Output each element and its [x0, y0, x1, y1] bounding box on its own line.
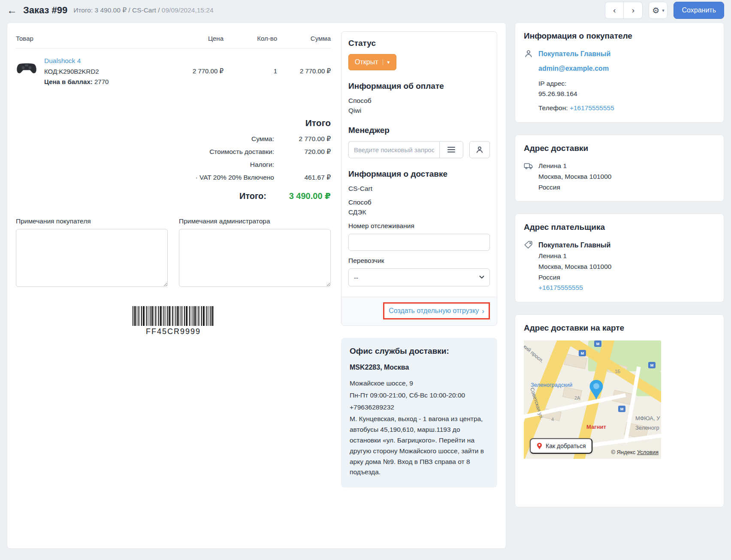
carrier-select[interactable]: -- — [348, 268, 490, 286]
customer-info-card: Информация о покупателе Покупатель Главн… — [515, 22, 724, 123]
map-directions-button[interactable]: Как добраться — [530, 438, 592, 454]
table-row: Dualshock 4 КОД:K290B2KRD2 Цена в баллах… — [16, 48, 331, 94]
back-icon[interactable]: ← — [7, 5, 17, 15]
payer-name: Покупатель Главный — [538, 240, 715, 251]
order-nav-group: ‹ › — [605, 2, 643, 19]
person-icon — [524, 48, 534, 114]
map-terms-link[interactable]: Условия — [637, 449, 659, 455]
manager-search-input[interactable] — [348, 141, 439, 158]
map-attribution: © Яндекс Условия — [611, 449, 659, 455]
create-shipment-link[interactable]: Создать отдельную отгрузку — [389, 307, 479, 315]
col-header-price: Цена — [170, 35, 224, 42]
map-label-store: Магнит — [586, 424, 606, 430]
manager-list-button[interactable] — [439, 141, 463, 158]
map-card-title: Адрес доставки на карте — [524, 323, 715, 333]
customer-email-link[interactable]: admin@example.com — [538, 65, 609, 72]
list-icon — [447, 146, 456, 153]
map-house-number: 1Б — [615, 369, 620, 374]
metro-icon: М — [618, 406, 625, 412]
payer-phone-link[interactable]: +16175555555 — [538, 284, 583, 291]
delivery-office-directions: М. Кунцевская, выход - 1 вагона из центр… — [350, 414, 489, 478]
prev-order-button[interactable]: ‹ — [605, 2, 624, 19]
grand-total-label: Итого: — [239, 191, 266, 201]
pin-icon — [537, 443, 542, 450]
metro-icon: М — [648, 362, 655, 368]
order-subtitle: Итого: 3 490.00 ₽ / CS-Cart / 09/09/2024… — [73, 6, 213, 14]
person-icon — [475, 145, 484, 154]
customer-notes-textarea[interactable] — [16, 229, 168, 287]
payment-method-label: Способ — [348, 97, 490, 105]
map-directions-label: Как добраться — [546, 443, 586, 449]
caret-down-icon: ▾ — [383, 59, 390, 65]
status-title: Статус — [348, 39, 490, 48]
payer-address-line: Москва, Москва 101000 — [538, 262, 715, 272]
map-house-number: 4 — [551, 417, 554, 422]
status-dropdown-button[interactable]: Открыт ▾ — [348, 54, 396, 70]
settings-dropdown-button[interactable]: ⚙ ▾ — [649, 2, 668, 19]
shipping-source: CS-Cart — [348, 185, 490, 193]
order-products-column: Товар Цена Кол-во Сумма — [16, 31, 331, 540]
totals-grand-row: Итого: 3 490.00 ₽ — [16, 191, 331, 201]
customer-info-title: Информация о покупателе — [524, 31, 715, 41]
status-panel-footer: Создать отдельную отгрузку › — [341, 297, 497, 325]
topbar: ← Заказ #99 Итого: 3 490.00 ₽ / CS-Cart … — [0, 0, 731, 21]
manager-assign-button[interactable] — [469, 141, 490, 158]
caret-down-icon: ▾ — [662, 8, 665, 13]
tracking-number-input[interactable] — [348, 234, 490, 251]
payer-address-card: Адрес плательщика Покупатель Главный Лен… — [515, 214, 724, 302]
shipping-address-line: Ленина 1 — [538, 161, 715, 172]
totals-row-vat: · VAT 20% 20% Включено 461.67 ₽ — [16, 174, 331, 181]
status-value: Открыт — [355, 58, 378, 66]
admin-notes-textarea[interactable] — [179, 229, 331, 287]
map-card: Адрес доставки на карте М — [515, 314, 724, 507]
shipping-method-value: СДЭК — [348, 208, 490, 216]
payment-info-title: Информация об оплате — [348, 81, 490, 91]
gamepad-image — [16, 59, 37, 77]
customer-phone-label: Телефон: — [538, 104, 570, 111]
save-button[interactable]: Сохранить — [674, 2, 724, 19]
totals-row-taxes: Налоги: — [16, 161, 331, 169]
order-totals: Итого Сумма: 2 770.00 ₽ Стоимость достав… — [16, 118, 331, 201]
delivery-office-title: Офис службы доставки: — [350, 346, 489, 356]
shipping-info-title: Информация о доставке — [348, 169, 490, 179]
customer-phone-link[interactable]: +16175555555 — [570, 104, 614, 111]
customer-name-link[interactable]: Покупатель Главный — [538, 50, 610, 57]
product-qty: 1 — [224, 57, 277, 75]
col-header-product: Товар — [16, 35, 170, 42]
product-name-link[interactable]: Dualshock 4 — [44, 57, 81, 65]
chevron-right-icon: › — [482, 307, 484, 315]
customer-phone-line: Телефон: +16175555555 — [538, 103, 715, 114]
order-status-column: Статус Открыт ▾ Информация об оплате Спо… — [341, 31, 497, 540]
manager-title: Менеджер — [348, 126, 490, 135]
col-header-sum: Сумма — [277, 35, 331, 42]
barcode-image — [133, 306, 214, 326]
order-notes: Примечания покупателя Примечания админис… — [16, 217, 331, 288]
product-code: КОД:K290B2KRD2 — [44, 68, 109, 75]
shipping-method-label: Способ — [348, 199, 490, 206]
order-barcode: FF45CR9999 — [133, 306, 214, 336]
customer-ip-value: 95.26.98.164 — [538, 89, 715, 99]
metro-icon: М — [594, 340, 601, 347]
product-thumbnail[interactable] — [16, 57, 37, 85]
payer-address-line: Россия — [538, 272, 715, 283]
order-subtitle-date: 09/09/2024,15:24 — [162, 6, 214, 14]
gear-icon: ⚙ — [652, 6, 659, 15]
product-points: Цена в баллах: 2770 — [44, 78, 109, 85]
map-pin-icon — [588, 379, 604, 400]
next-order-button[interactable]: › — [624, 2, 643, 19]
payer-address-title: Адрес плательщика — [524, 223, 715, 232]
customer-notes-label: Примечания покупателя — [16, 217, 168, 225]
payer-address-line: Ленина 1 — [538, 251, 715, 262]
sidebar: Информация о покупателе Покупатель Главн… — [515, 22, 724, 507]
map-canvas[interactable]: М М М М Зеленоградский Магнит МФЮА, У Зе… — [524, 340, 661, 459]
tracking-number-label: Номер отслеживания — [348, 222, 490, 230]
carrier-selected-value: -- — [348, 268, 490, 286]
map-house-number: 2А — [574, 395, 580, 400]
delivery-office-address: Можайское шоссе, 9 — [350, 378, 489, 389]
col-header-qty: Кол-во — [224, 35, 277, 42]
delivery-office-panel: Офис службы доставки: MSK2283, Москва Мо… — [341, 338, 497, 488]
status-panel: Статус Открыт ▾ Информация об оплате Спо… — [341, 31, 497, 326]
order-subtitle-total: Итого: 3 490.00 ₽ / CS-Cart / — [73, 6, 160, 14]
chevron-left-icon: ‹ — [613, 6, 616, 15]
product-sum: 2 770.00 ₽ — [277, 57, 331, 75]
